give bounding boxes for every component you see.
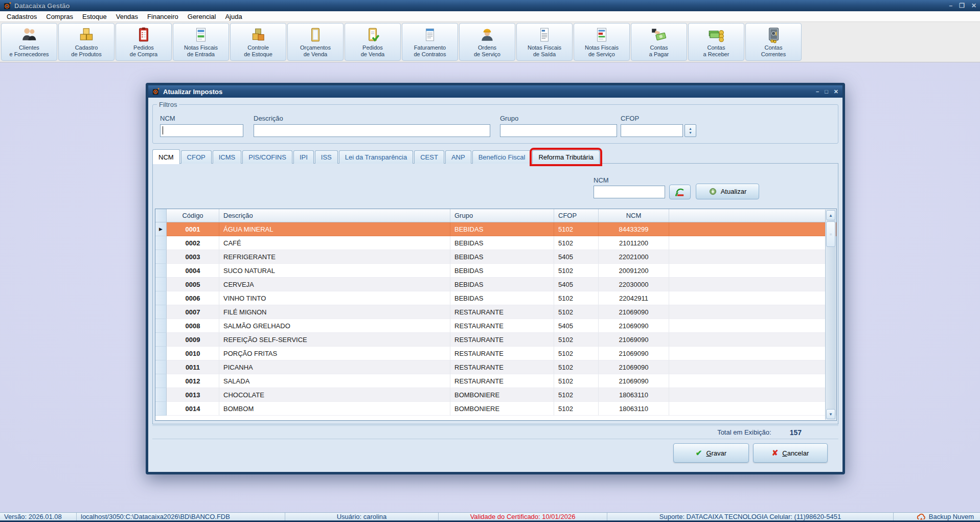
- toolbar-button-cadastro-de-produtos[interactable]: Cadastrode Produtos: [58, 23, 115, 61]
- tab-beneficio-fiscal[interactable]: Benefício Fiscal: [472, 150, 532, 164]
- table-cell: 21011200: [599, 236, 669, 250]
- tab-ipi[interactable]: IPI: [293, 150, 314, 164]
- scroll-up-icon[interactable]: ▲: [826, 210, 835, 220]
- table-row[interactable]: 0004SUCO NATURALBEBIDAS510220091200: [155, 264, 836, 278]
- column-header-grupo[interactable]: Grupo: [450, 209, 554, 222]
- table-row[interactable]: 0006VINHO TINTOBEBIDAS510222042911: [155, 291, 836, 305]
- minimize-icon[interactable]: –: [949, 2, 952, 9]
- toolbar-button-controle-de-estoque[interactable]: Controlede Estoque: [230, 23, 286, 61]
- toolbar-button-pedidos-de-venda[interactable]: Pedidosde Venda: [345, 23, 401, 61]
- minimize-icon[interactable]: –: [816, 88, 819, 95]
- row-pointer-icon: ▶: [155, 222, 167, 236]
- ncm-panel-input[interactable]: [594, 186, 665, 198]
- table-cell: 22030000: [599, 278, 669, 291]
- filters-legend: Filtros: [157, 101, 179, 108]
- scroll-down-icon[interactable]: ▼: [826, 409, 835, 419]
- row-indicator-cell: [155, 319, 167, 333]
- table-cell: 0008: [167, 319, 219, 333]
- row-indicator-cell: [155, 402, 167, 416]
- menu-item-financeiro[interactable]: Financeiro: [143, 12, 183, 21]
- filter-descricao-field: Descrição: [254, 115, 490, 137]
- atualizar-label: Atualizar: [721, 188, 747, 195]
- table-row[interactable]: 0008SALMÃO GRELHADORESTAURANTE5405210690…: [155, 319, 836, 333]
- toolbar-button-contas-a-pagar[interactable]: Contasa Pagar: [631, 23, 687, 61]
- table-row[interactable]: 0002CAFÉBEBIDAS510221011200: [155, 236, 836, 250]
- menu-item-cadastros[interactable]: Cadastros: [2, 12, 41, 21]
- toolbar-button-orcamentos-de-venda[interactable]: Orçamentosde Venda: [287, 23, 344, 61]
- table-row[interactable]: 0007FILÉ MIGNONRESTAURANTE510221069090: [155, 305, 836, 319]
- cfop-spinner[interactable]: ▲ ▼: [685, 124, 696, 137]
- menu-item-vendas[interactable]: Vendas: [111, 12, 143, 21]
- tab-icms[interactable]: ICMS: [213, 150, 242, 164]
- clear-icon: [674, 187, 686, 198]
- toolbar-button-faturamento-de-contratos[interactable]: Faturamentode Contratos: [402, 23, 458, 61]
- row-filler: [669, 360, 836, 374]
- table-row[interactable]: 0011PICANHARESTAURANTE510221069090: [155, 360, 836, 374]
- menu-item-compras[interactable]: Compras: [41, 12, 78, 21]
- table-row[interactable]: ▶0001ÁGUA MINERALBEBIDAS510284433299: [155, 222, 836, 236]
- column-header-ncm[interactable]: NCM: [599, 209, 669, 222]
- scrollbar-thumb[interactable]: =: [826, 221, 835, 247]
- cancelar-button[interactable]: ✘ Cancelar: [753, 443, 828, 463]
- table-cell: 0002: [167, 236, 219, 250]
- table-cell: 0004: [167, 264, 219, 278]
- tab-cest[interactable]: CEST: [414, 150, 444, 164]
- toolbar-button-contas-a-receber[interactable]: Contasa Receber: [688, 23, 744, 61]
- table-row[interactable]: 0003REFRIGERANTEBEBIDAS540522021000: [155, 250, 836, 264]
- tab-ncm[interactable]: NCM: [152, 149, 180, 164]
- toolbar-button-ordens-de-servico[interactable]: Ordensde Serviço: [459, 23, 515, 61]
- chevron-up-icon[interactable]: ▲: [689, 127, 692, 131]
- menu-bar: CadastrosComprasEstoqueVendasFinanceiroG…: [0, 11, 980, 22]
- table-cell: 5102: [554, 236, 599, 250]
- table-row[interactable]: 0009REFEIÇÃO SELF-SERVICERESTAURANTE5102…: [155, 333, 836, 347]
- menu-item-estoque[interactable]: Estoque: [78, 12, 111, 21]
- table-row[interactable]: 0012SALADARESTAURANTE510221069090: [155, 374, 836, 388]
- table-row[interactable]: 0005CERVEJABEBIDAS540522030000: [155, 278, 836, 291]
- toolbar-button-notas-fiscais-de-entrada[interactable]: Notas Fiscaisde Entrada: [173, 23, 229, 61]
- close-icon[interactable]: ✕: [834, 88, 838, 95]
- column-header-codigo[interactable]: Código: [167, 209, 219, 222]
- menu-item-ajuda[interactable]: Ajuda: [220, 12, 246, 21]
- column-header-descricao[interactable]: Descrição: [219, 209, 450, 222]
- restore-icon[interactable]: ❐: [959, 2, 965, 9]
- gravar-button[interactable]: ✔ Gravar: [673, 443, 749, 463]
- filter-grupo-input[interactable]: [500, 124, 617, 137]
- toolbar-button-notas-fiscais-de-saida[interactable]: Notas Fiscaisde Saída: [516, 23, 573, 61]
- filter-ncm-input[interactable]: [160, 124, 243, 137]
- table-cell: 0010: [167, 347, 219, 360]
- dialog-title-bar[interactable]: Atualizar Impostos – □ ✕: [148, 85, 842, 98]
- tab-pis-cofins[interactable]: PIS/COFINS: [242, 150, 292, 164]
- clear-button[interactable]: [669, 185, 691, 199]
- toolbar-button-clientes-e-fornecedores[interactable]: Clientese Fornecedores: [1, 23, 57, 61]
- dialog-title: Atualizar Impostos: [163, 88, 222, 96]
- menu-item-gerencial[interactable]: Gerencial: [183, 12, 221, 21]
- column-header-cfop[interactable]: CFOP: [554, 209, 599, 222]
- table-cell: BEBIDAS: [450, 250, 554, 264]
- tab-reforma-tributaria[interactable]: Reforma Tributária: [532, 150, 600, 164]
- toolbar-button-label: Controlede Estoque: [244, 44, 272, 58]
- status-backup[interactable]: Backup Nuvem: [894, 513, 980, 520]
- table-row[interactable]: 0014BOMBOMBOMBONIERE510218063110: [155, 402, 836, 416]
- table-row[interactable]: 0013CHOCOLATEBOMBONIERE510218063110: [155, 388, 836, 402]
- toolbar-button-contas-correntes[interactable]: ContasCorrentes: [745, 23, 802, 61]
- row-indicator-cell: [155, 264, 167, 278]
- toolbar-button-pedidos-de-compra[interactable]: Pedidosde Compra: [116, 23, 172, 61]
- filter-cfop-input[interactable]: [621, 124, 683, 137]
- chevron-down-icon[interactable]: ▼: [689, 131, 692, 135]
- table-cell: 5102: [554, 347, 599, 360]
- vertical-scrollbar[interactable]: ▲ = ▼: [825, 210, 836, 420]
- close-icon[interactable]: ✕: [971, 2, 976, 9]
- tab-cfop[interactable]: CFOP: [181, 150, 212, 164]
- filter-descricao-input[interactable]: [254, 124, 490, 137]
- maximize-icon[interactable]: □: [825, 88, 828, 95]
- window-title-bar: Datacaixa Gestão – ❐ ✕: [0, 0, 980, 11]
- table-row[interactable]: 0010PORÇÃO FRITASRESTAURANTE510221069090: [155, 347, 836, 360]
- tab-panel-ncm: NCM Atualizar Código Descrição Grupo CFO…: [152, 163, 838, 424]
- tab-iss[interactable]: ISS: [315, 150, 338, 164]
- table-cell: 0006: [167, 291, 219, 305]
- atualizar-button[interactable]: Atualizar: [696, 184, 759, 199]
- tab-lei-da-transparencia[interactable]: Lei da Transparência: [339, 150, 413, 164]
- table-cell: BEBIDAS: [450, 278, 554, 291]
- tab-anp[interactable]: ANP: [445, 150, 471, 164]
- toolbar-button-notas-fiscais-de-servico[interactable]: Notas Fiscaisde Serviço: [574, 23, 630, 61]
